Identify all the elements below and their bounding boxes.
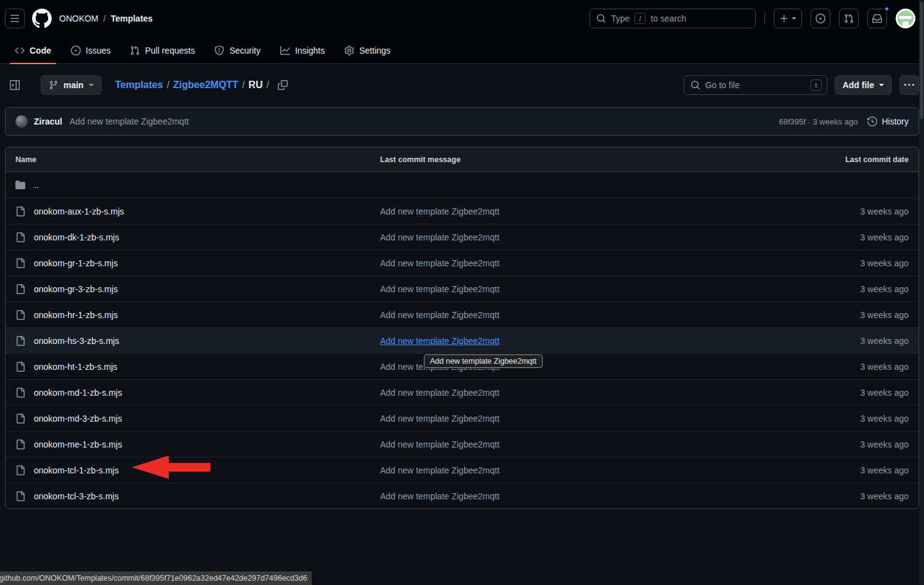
file-name-link[interactable]: onokom-gr-1-zb-s.mjs xyxy=(34,258,118,268)
notifications-inbox-button[interactable] xyxy=(867,9,887,28)
row-commit-message-link[interactable]: Add new template Zigbee2mqtt xyxy=(380,336,500,346)
create-new-button[interactable] xyxy=(774,9,802,28)
file-name-link[interactable]: onokom-md-3-zb-s.mjs xyxy=(34,414,122,423)
global-search-input[interactable]: Type / to search xyxy=(590,9,756,28)
author-avatar[interactable] xyxy=(15,115,28,128)
breadcrumb-root-link[interactable]: Templates xyxy=(115,80,163,91)
context-breadcrumb: ONOKOM / Templates xyxy=(59,14,153,23)
file-name-link[interactable]: onokom-hr-1-zb-s.mjs xyxy=(34,310,118,320)
row-commit-message-link[interactable]: Add new template Zigbee2mqtt xyxy=(380,310,500,320)
add-file-button[interactable]: Add file xyxy=(835,75,892,95)
pull-requests-button[interactable] xyxy=(839,9,859,28)
branch-selector-button[interactable]: main xyxy=(41,75,102,95)
go-to-file-input[interactable]: Go to file t xyxy=(684,75,827,95)
scrollbar-thumb[interactable] xyxy=(920,2,923,119)
history-button[interactable]: History xyxy=(867,117,909,126)
tab-security[interactable]: Security xyxy=(209,37,265,63)
hamburger-menu-button[interactable] xyxy=(5,9,25,28)
file-icon xyxy=(15,465,25,475)
tab-insights[interactable]: Insights xyxy=(275,37,330,63)
file-row[interactable]: onokom-hs-3-zb-s.mjsAdd new template Zig… xyxy=(6,327,918,353)
side-panel-toggle-button[interactable] xyxy=(5,75,25,95)
file-name-link[interactable]: onokom-me-1-zb-s.mjs xyxy=(34,440,122,449)
file-row[interactable]: onokom-me-1-zb-s.mjsAdd new template Zig… xyxy=(6,431,918,457)
file-row[interactable]: onokom-aux-1-zb-s.mjsAdd new template Zi… xyxy=(6,198,918,224)
file-row[interactable]: onokom-gr-3-zb-s.mjsAdd new template Zig… xyxy=(6,276,918,301)
file-row[interactable]: onokom-dk-1-zb-s.mjsAdd new template Zig… xyxy=(6,224,918,250)
file-table: Name Last commit message Last commit dat… xyxy=(5,147,919,509)
file-row[interactable]: onokom-md-3-zb-s.mjsAdd new template Zig… xyxy=(6,405,918,431)
row-commit-message-link[interactable]: Add new template Zigbee2mqtt xyxy=(380,440,500,449)
history-label: History xyxy=(881,117,909,126)
more-options-button[interactable] xyxy=(899,75,919,95)
breadcrumb-current: RU xyxy=(248,80,262,91)
tab-label: Pull requests xyxy=(145,46,195,55)
chevron-down-icon xyxy=(792,17,796,20)
file-name-link[interactable]: onokom-tcl-1-zb-s.mjs xyxy=(34,465,119,475)
file-name-link[interactable]: onokom-dk-1-zb-s.mjs xyxy=(34,232,119,242)
tab-pull-requests[interactable]: Pull requests xyxy=(125,37,200,63)
file-table-header: Name Last commit message Last commit dat… xyxy=(6,147,918,172)
sidebar-panel-icon xyxy=(10,80,20,90)
kebab-horizontal-icon xyxy=(904,80,914,90)
row-commit-message-link[interactable]: Add new template Zigbee2mqtt xyxy=(380,258,500,268)
parent-directory-link[interactable]: .. xyxy=(34,180,39,190)
three-bars-icon xyxy=(10,14,20,23)
file-toolbar: main Templates / Zigbee2MQTT / RU / xyxy=(5,75,919,96)
row-commit-message-link[interactable]: Add new template Zigbee2mqtt xyxy=(380,284,500,294)
file-row[interactable]: onokom-md-1-zb-s.mjsAdd new template Zig… xyxy=(6,379,918,405)
row-commit-message-link[interactable]: Add new template Zigbee2mqtt xyxy=(380,388,500,398)
row-commit-message-link[interactable]: Add new template Zigbee2mqtt xyxy=(380,232,500,242)
commit-author-link[interactable]: Ziracul xyxy=(34,117,62,126)
issues-button[interactable] xyxy=(811,9,830,28)
breadcrumb-folder-link[interactable]: Zigbee2MQTT xyxy=(173,80,238,91)
file-name-link[interactable]: onokom-md-1-zb-s.mjs xyxy=(34,388,122,398)
issue-opened-icon xyxy=(71,46,81,55)
row-commit-date: 3 weeks ago xyxy=(785,258,909,268)
row-commit-date: 3 weeks ago xyxy=(785,310,909,320)
repo-link[interactable]: Templates xyxy=(111,14,153,23)
plus-icon xyxy=(779,14,789,23)
repo-content: main Templates / Zigbee2MQTT / RU / xyxy=(0,64,924,509)
file-name-link[interactable]: onokom-ht-1-zb-s.mjs xyxy=(34,362,117,372)
file-name-link[interactable]: onokom-aux-1-zb-s.mjs xyxy=(34,207,124,216)
file-row[interactable]: onokom-gr-1-zb-s.mjsAdd new template Zig… xyxy=(6,250,918,276)
org-link[interactable]: ONOKOM xyxy=(59,14,99,23)
tab-settings[interactable]: Settings xyxy=(339,37,395,63)
tab-issues[interactable]: Issues xyxy=(66,37,115,63)
search-placeholder-suffix: to search xyxy=(650,14,686,23)
file-icon xyxy=(15,388,25,398)
file-row[interactable]: onokom-tcl-3-zb-s.mjsAdd new template Zi… xyxy=(6,483,918,509)
github-logo-icon[interactable] xyxy=(32,9,52,28)
row-commit-date: 3 weeks ago xyxy=(785,362,909,372)
row-commit-message-link[interactable]: Add new template Zigbee2mqtt xyxy=(380,414,500,423)
github-repo-page: ONOKOM / Templates Type / to search xyxy=(0,0,924,585)
row-commit-date: 3 weeks ago xyxy=(785,465,909,475)
parent-directory-row[interactable]: .. xyxy=(6,172,918,198)
tab-label: Insights xyxy=(295,46,325,55)
file-name-link[interactable]: onokom-gr-3-zb-s.mjs xyxy=(34,284,118,294)
file-icon xyxy=(15,491,25,501)
commit-message-link[interactable]: Add new template Zigbee2mqtt xyxy=(70,117,189,126)
row-commit-message-link[interactable]: Add new template Zigbee2mqtt xyxy=(380,491,500,501)
tab-code[interactable]: Code xyxy=(10,37,56,63)
row-commit-date: 3 weeks ago xyxy=(785,207,909,216)
tab-label: Code xyxy=(30,46,51,55)
copy-path-button[interactable] xyxy=(274,75,291,95)
app-header: ONOKOM / Templates Type / to search xyxy=(0,0,924,64)
add-file-label: Add file xyxy=(843,80,874,90)
commit-sha-and-date[interactable]: 68f395f · 3 weeks ago xyxy=(779,117,858,126)
row-commit-message-link[interactable]: Add new template Zigbee2mqtt xyxy=(380,465,500,475)
file-icon xyxy=(15,284,25,294)
user-avatar[interactable] xyxy=(896,9,915,28)
file-name-link[interactable]: onokom-tcl-3-zb-s.mjs xyxy=(34,491,119,501)
code-icon xyxy=(15,46,25,55)
file-name-link[interactable]: onokom-hs-3-zb-s.mjs xyxy=(34,336,119,346)
file-row[interactable]: onokom-tcl-1-zb-s.mjsAdd new template Zi… xyxy=(6,457,918,483)
page-scrollbar[interactable] xyxy=(919,0,924,585)
latest-commit-bar: Ziracul Add new template Zigbee2mqtt 68f… xyxy=(5,107,919,136)
chevron-down-icon xyxy=(879,84,884,86)
row-commit-message-link[interactable]: Add new template Zigbee2mqtt xyxy=(380,207,500,216)
tab-label: Issues xyxy=(86,46,110,55)
file-row[interactable]: onokom-hr-1-zb-s.mjsAdd new template Zig… xyxy=(6,301,918,327)
